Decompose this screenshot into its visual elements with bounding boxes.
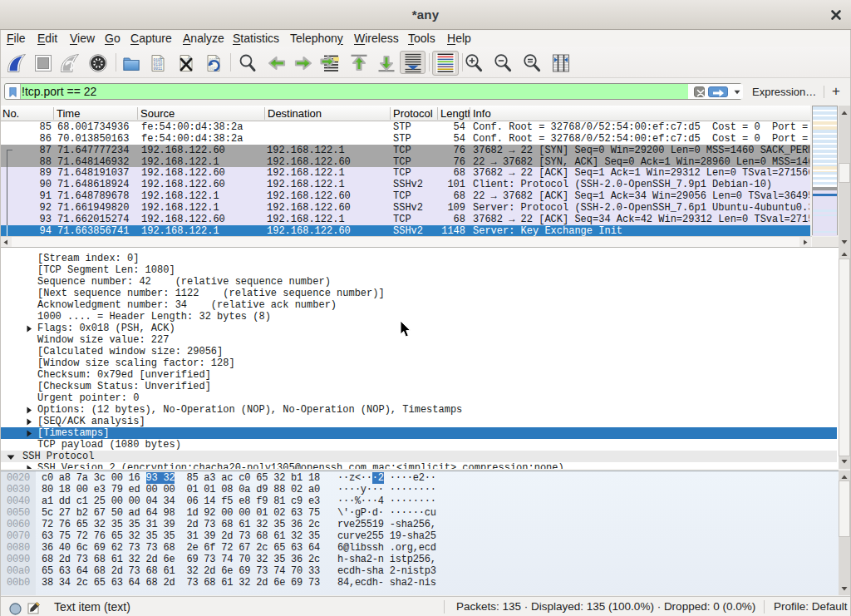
- svg-text:0011: 0011: [154, 67, 163, 71]
